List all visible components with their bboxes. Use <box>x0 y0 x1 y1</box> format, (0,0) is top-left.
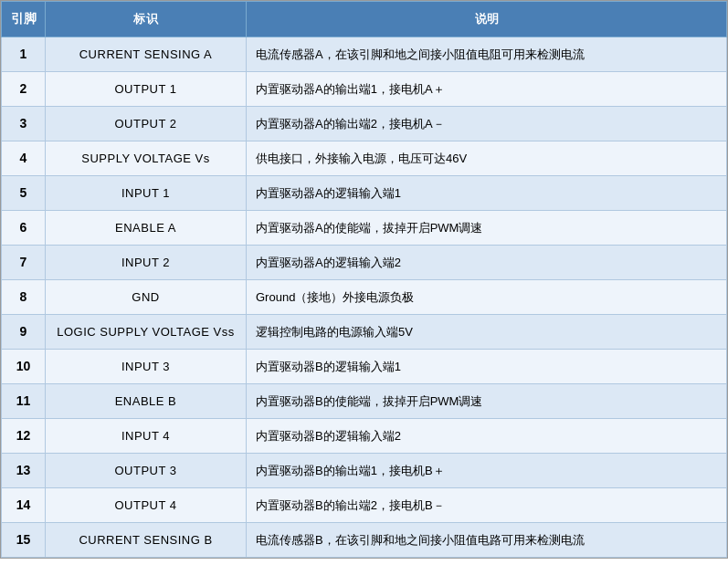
cell-pin: 12 <box>2 419 46 454</box>
table-row: 3OUTPUT 2内置驱动器A的输出端2，接电机A－ <box>2 107 727 141</box>
cell-label: OUTPUT 1 <box>46 72 247 107</box>
cell-desc: 内置驱动器A的使能端，拔掉开启PWM调速 <box>247 211 727 246</box>
cell-pin: 1 <box>2 37 46 72</box>
table-row: 1CURRENT SENSING A电流传感器A，在该引脚和地之间接小阻值电阻可… <box>2 37 727 72</box>
table-row: 7INPUT 2内置驱动器A的逻辑输入端2 <box>2 246 727 280</box>
table-row: 13OUTPUT 3内置驱动器B的输出端1，接电机B＋ <box>2 454 727 488</box>
cell-desc: 电流传感器B，在该引脚和地之间接小阻值电路可用来检测电流 <box>247 523 727 558</box>
cell-desc: 内置驱动器B的使能端，拔掉开启PWM调速 <box>247 384 727 419</box>
cell-pin: 9 <box>2 315 46 350</box>
cell-label: INPUT 1 <box>46 176 247 211</box>
cell-label: CURRENT SENSING B <box>46 523 247 558</box>
cell-label: CURRENT SENSING A <box>46 37 247 72</box>
cell-label: OUTPUT 3 <box>46 454 247 488</box>
cell-label: OUTPUT 2 <box>46 107 247 141</box>
table-row: 8GNDGround（接地）外接电源负极 <box>2 280 727 315</box>
table-row: 4SUPPLY VOLTAGE Vs供电接口，外接输入电源，电压可达46V <box>2 141 727 176</box>
cell-desc: 供电接口，外接输入电源，电压可达46V <box>247 141 727 176</box>
pin-table-wrapper: 引脚 标识 说明 1CURRENT SENSING A电流传感器A，在该引脚和地… <box>0 0 728 559</box>
cell-pin: 10 <box>2 350 46 384</box>
cell-label: LOGIC SUPPLY VOLTAGE Vss <box>46 315 247 350</box>
cell-label: ENABLE A <box>46 211 247 246</box>
table-header-row: 引脚 标识 说明 <box>2 2 727 37</box>
cell-label: INPUT 4 <box>46 419 247 454</box>
cell-pin: 13 <box>2 454 46 488</box>
cell-label: INPUT 3 <box>46 350 247 384</box>
cell-label: OUTPUT 4 <box>46 488 247 523</box>
cell-label: INPUT 2 <box>46 246 247 280</box>
cell-desc: 内置驱动器B的逻辑输入端1 <box>247 350 727 384</box>
cell-label: SUPPLY VOLTAGE Vs <box>46 141 247 176</box>
table-row: 11ENABLE B内置驱动器B的使能端，拔掉开启PWM调速 <box>2 384 727 419</box>
cell-pin: 15 <box>2 523 46 558</box>
cell-label: ENABLE B <box>46 384 247 419</box>
cell-pin: 14 <box>2 488 46 523</box>
cell-pin: 4 <box>2 141 46 176</box>
cell-desc: Ground（接地）外接电源负极 <box>247 280 727 315</box>
header-desc: 说明 <box>247 2 727 37</box>
cell-desc: 内置驱动器B的输出端2，接电机B－ <box>247 488 727 523</box>
table-row: 6ENABLE A内置驱动器A的使能端，拔掉开启PWM调速 <box>2 211 727 246</box>
cell-desc: 电流传感器A，在该引脚和地之间接小阻值电阻可用来检测电流 <box>247 37 727 72</box>
table-row: 12INPUT 4内置驱动器B的逻辑输入端2 <box>2 419 727 454</box>
cell-desc: 内置驱动器A的逻辑输入端1 <box>247 176 727 211</box>
cell-pin: 11 <box>2 384 46 419</box>
table-row: 2OUTPUT 1内置驱动器A的输出端1，接电机A＋ <box>2 72 727 107</box>
table-row: 15CURRENT SENSING B电流传感器B，在该引脚和地之间接小阻值电路… <box>2 523 727 558</box>
cell-pin: 5 <box>2 176 46 211</box>
table-row: 14OUTPUT 4内置驱动器B的输出端2，接电机B－ <box>2 488 727 523</box>
cell-pin: 7 <box>2 246 46 280</box>
table-row: 10INPUT 3内置驱动器B的逻辑输入端1 <box>2 350 727 384</box>
cell-pin: 8 <box>2 280 46 315</box>
cell-desc: 内置驱动器A的输出端2，接电机A－ <box>247 107 727 141</box>
cell-desc: 内置驱动器B的输出端1，接电机B＋ <box>247 454 727 488</box>
table-row: 9LOGIC SUPPLY VOLTAGE Vss逻辑控制电路的电源输入端5V <box>2 315 727 350</box>
cell-pin: 2 <box>2 72 46 107</box>
cell-desc: 内置驱动器A的输出端1，接电机A＋ <box>247 72 727 107</box>
cell-desc: 逻辑控制电路的电源输入端5V <box>247 315 727 350</box>
cell-desc: 内置驱动器A的逻辑输入端2 <box>247 246 727 280</box>
cell-label: GND <box>46 280 247 315</box>
cell-desc: 内置驱动器B的逻辑输入端2 <box>247 419 727 454</box>
header-pin: 引脚 <box>2 2 46 37</box>
pin-table: 引脚 标识 说明 1CURRENT SENSING A电流传感器A，在该引脚和地… <box>1 1 727 558</box>
header-label: 标识 <box>46 2 247 37</box>
cell-pin: 3 <box>2 107 46 141</box>
cell-pin: 6 <box>2 211 46 246</box>
table-row: 5INPUT 1内置驱动器A的逻辑输入端1 <box>2 176 727 211</box>
